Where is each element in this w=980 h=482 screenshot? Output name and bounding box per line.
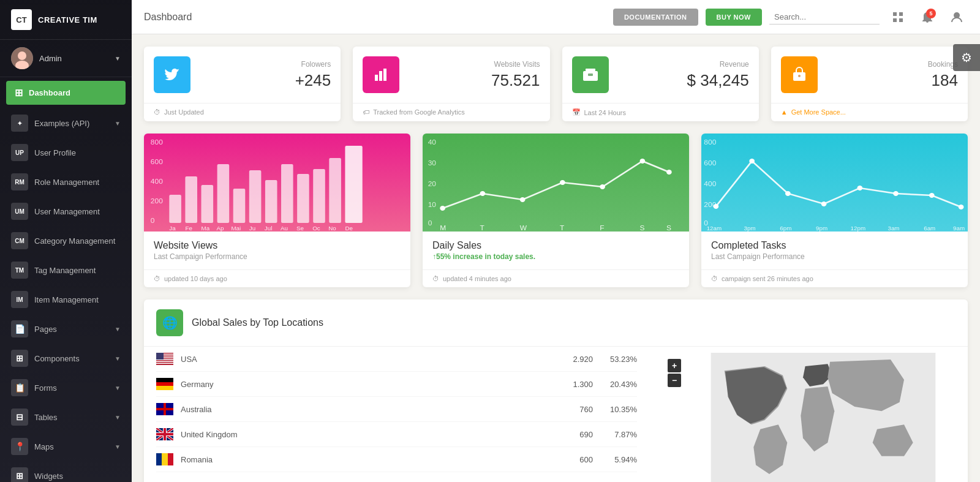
logo-box: CT <box>11 9 32 30</box>
search-input[interactable] <box>769 10 880 24</box>
svg-text:12am: 12am <box>707 225 722 232</box>
visits-value: 75.521 <box>407 71 540 90</box>
sidebar-item-widgets[interactable]: ⊞ Widgets <box>0 461 132 482</box>
clock-icon: ⏱ <box>432 275 439 282</box>
grid-icon[interactable] <box>887 6 909 28</box>
notification-badge: 5 <box>926 9 936 18</box>
up-badge: UP <box>11 144 28 161</box>
sidebar-item-pages[interactable]: 📄 Pages ▼ <box>0 314 132 344</box>
svg-rect-31 <box>313 169 325 223</box>
stat-cards-grid: Folowers +245 ⏱ Just Updated <box>144 47 968 121</box>
sidebar-item-label: Components <box>34 354 108 363</box>
sidebar-item-label: Category Management <box>34 236 121 246</box>
sidebar-item-category-management[interactable]: CM Category Management <box>0 226 132 255</box>
svg-rect-29 <box>281 164 293 223</box>
sidebar-item-role-management[interactable]: RM Role Management <box>0 167 132 197</box>
widgets-icon: ⊞ <box>11 467 28 482</box>
daily-sales-subtitle: ↑55% increase in today sales. <box>432 252 679 261</box>
svg-text:400: 400 <box>704 180 716 187</box>
settings-gear[interactable]: ⚙ <box>953 44 980 71</box>
daily-sales-body: Daily Sales ↑55% increase in today sales… <box>423 232 689 269</box>
svg-point-54 <box>520 197 526 202</box>
revenue-value: $ 34,245 <box>616 71 749 90</box>
map-zoom-in-button[interactable]: + <box>668 359 681 372</box>
chart-card-completed-tasks: 800 600 400 200 0 <box>701 134 968 287</box>
tm-badge: TM <box>11 262 28 279</box>
svg-text:800: 800 <box>151 138 163 145</box>
sidebar-item-components[interactable]: ⊞ Components ▼ <box>0 344 132 373</box>
svg-text:Ja: Ja <box>169 225 176 232</box>
country-pct: 10.35% <box>600 405 637 414</box>
documentation-button[interactable]: DOCUMENTATION <box>613 9 698 26</box>
country-pct: 5.94% <box>600 455 637 464</box>
user-menu-button[interactable] <box>946 6 968 28</box>
svg-text:0: 0 <box>151 217 155 224</box>
sidebar-item-forms[interactable]: 📋 Forms ▼ <box>0 373 132 402</box>
world-map <box>685 353 962 482</box>
svg-text:M: M <box>440 224 446 231</box>
chart-cards-grid: 800 600 400 200 0 <box>144 134 968 287</box>
website-visits-icon <box>363 56 399 93</box>
website-views-footer-text: updated 10 days ago <box>164 275 227 282</box>
country-label: Australia <box>181 405 549 414</box>
svg-text:Oc: Oc <box>312 225 320 232</box>
buy-now-button[interactable]: BUY NOW <box>706 9 762 26</box>
svg-point-75 <box>821 201 827 206</box>
map-zoom-out-button[interactable]: − <box>668 374 681 387</box>
sidebar-item-label: Forms <box>34 383 108 393</box>
svg-rect-94 <box>156 363 173 364</box>
sidebar-item-label: Maps <box>34 442 108 451</box>
svg-text:Ma: Ma <box>202 225 210 232</box>
sidebar-item-tables[interactable]: ⊟ Tables ▼ <box>0 402 132 432</box>
bookings-card-footer: ▲ Get More Space... <box>771 103 968 121</box>
svg-text:F: F <box>600 224 604 231</box>
avatar <box>11 47 33 69</box>
svg-point-57 <box>640 159 646 164</box>
chart-card-website-views: 800 600 400 200 0 <box>144 134 410 287</box>
sidebar-item-label: Role Management <box>34 178 121 187</box>
country-pct: 53.23% <box>600 355 637 364</box>
svg-text:Mai: Mai <box>231 225 241 232</box>
svg-text:600: 600 <box>704 159 716 166</box>
sidebar-item-dashboard[interactable]: ⊞ Dashboard <box>6 81 126 105</box>
um-badge: UM <box>11 203 28 220</box>
global-sales-title: Global Sales by Top Locations <box>192 317 323 328</box>
sidebar-item-item-management[interactable]: IM Item Management <box>0 285 132 314</box>
table-row: Germany 1.300 20.43% <box>156 372 637 397</box>
sidebar-item-maps[interactable]: 📍 Maps ▼ <box>0 432 132 461</box>
svg-text:12pm: 12pm <box>851 225 866 232</box>
completed-tasks-title: Completed Tasks <box>711 240 958 251</box>
svg-text:600: 600 <box>151 158 163 165</box>
chevron-down-icon: ▼ <box>115 385 121 391</box>
svg-text:No: No <box>328 225 336 232</box>
website-views-chart: 800 600 400 200 0 <box>144 134 410 232</box>
sidebar-item-label: User Profile <box>34 148 121 157</box>
svg-rect-66 <box>701 134 968 232</box>
sidebar-item-user-management[interactable]: UM User Management <box>0 197 132 226</box>
country-value: 690 <box>556 430 593 439</box>
svg-text:Ju: Ju <box>249 225 255 232</box>
cm-badge: CM <box>11 232 28 249</box>
sidebar-user[interactable]: Admin ▼ <box>0 40 132 77</box>
country-label: USA <box>181 355 549 364</box>
svg-rect-102 <box>156 408 173 410</box>
svg-text:Au: Au <box>281 225 288 232</box>
sidebar-item-user-profile[interactable]: UP User Profile <box>0 138 132 167</box>
sidebar-item-examples-api[interactable]: ✦ Examples (API) ▼ <box>0 108 132 138</box>
country-value: 600 <box>556 455 593 464</box>
flag-au <box>156 403 173 415</box>
daily-sales-footer-text: updated 4 minutes ago <box>443 275 511 282</box>
svg-rect-97 <box>156 382 173 386</box>
svg-rect-98 <box>156 386 173 390</box>
website-views-footer: ⏱ updated 10 days ago <box>144 269 410 287</box>
notifications-button[interactable]: 5 <box>916 6 938 28</box>
clock-icon: ⏱ <box>154 108 160 116</box>
chevron-down-icon: ▼ <box>115 326 121 333</box>
sidebar-item-label: Pages <box>34 325 108 334</box>
sidebar-item-tag-management[interactable]: TM Tag Management <box>0 255 132 285</box>
svg-rect-46 <box>423 134 689 232</box>
table-row: United Kingdom 690 7.87% <box>156 422 637 447</box>
svg-point-74 <box>785 191 791 196</box>
stat-card-website-visits: Website Visits 75.521 🏷 Tracked from Goo… <box>353 47 549 121</box>
user-name: Admin <box>39 54 108 63</box>
